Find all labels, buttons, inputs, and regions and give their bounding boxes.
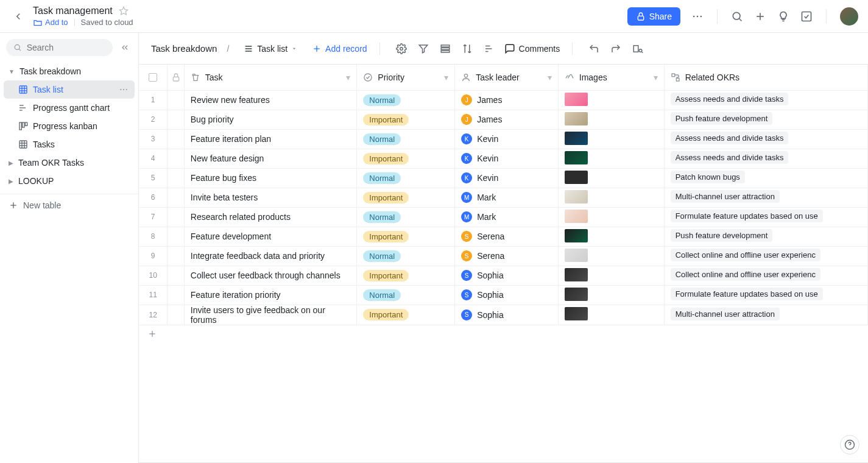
task-cell[interactable]: Integrate feedback data and priority [184, 246, 357, 266]
plus-icon[interactable] [754, 10, 766, 23]
okr-cell[interactable]: Push feature development [664, 110, 867, 129]
task-cell[interactable]: Feature iteration priority [184, 285, 357, 305]
document-title[interactable]: Task management [33, 5, 113, 16]
table-row[interactable]: 12 Invite users to give feedback on our … [139, 305, 868, 325]
table-row[interactable]: 7 Research related products Normal MMark… [139, 207, 868, 227]
images-cell[interactable] [558, 207, 664, 227]
more-icon[interactable] [119, 85, 129, 94]
chevron-down-icon[interactable]: ▾ [444, 72, 448, 82]
priority-cell[interactable]: Normal [357, 285, 455, 305]
task-cell[interactable]: Feature development [184, 227, 357, 246]
priority-cell[interactable]: Important [357, 188, 455, 207]
user-avatar[interactable] [840, 7, 858, 26]
okr-cell[interactable]: Collect online and offline user experien… [664, 266, 867, 285]
table-row[interactable]: 1 Review new features Normal JJames Asse… [139, 90, 868, 110]
header-okr[interactable]: Related OKRs [664, 65, 867, 90]
images-cell[interactable] [558, 266, 664, 285]
okr-cell[interactable]: Formulate feature updates based on use [664, 207, 867, 227]
sidebar-item-progress-kanban[interactable]: Progress kanban [4, 117, 135, 135]
okr-cell[interactable]: Assess needs and divide tasks [664, 129, 867, 149]
okr-cell[interactable]: Assess needs and divide tasks [664, 149, 867, 168]
add-record-button[interactable]: Add record [312, 44, 367, 54]
leader-cell[interactable]: MMark [455, 188, 559, 207]
sidebar-section[interactable]: ▶LOOKUP [0, 172, 138, 190]
help-button[interactable] [840, 435, 859, 454]
back-button[interactable] [10, 8, 27, 25]
leader-cell[interactable]: KKevin [455, 149, 559, 168]
leader-cell[interactable]: SSophia [455, 305, 559, 325]
header-priority[interactable]: Priority▾ [357, 65, 455, 90]
sidebar-item-progress-gantt-chart[interactable]: Progress gantt chart [4, 99, 135, 117]
chevron-down-icon[interactable]: ▾ [548, 72, 552, 82]
lightbulb-icon[interactable] [777, 10, 789, 23]
chevron-down-icon[interactable]: ▾ [346, 72, 350, 82]
priority-cell[interactable]: Important [357, 305, 455, 325]
task-cell[interactable]: Review new features [184, 90, 357, 110]
images-cell[interactable] [558, 149, 664, 168]
okr-cell[interactable]: Formulate feature updates based on use [664, 285, 867, 305]
search-icon[interactable] [731, 10, 743, 23]
images-cell[interactable] [558, 168, 664, 188]
checkbox-icon[interactable] [800, 10, 813, 23]
task-cell[interactable]: Feature bug fixes [184, 168, 357, 188]
priority-cell[interactable]: Normal [357, 168, 455, 188]
priority-cell[interactable]: Important [357, 110, 455, 129]
images-cell[interactable] [558, 246, 664, 266]
priority-cell[interactable]: Normal [357, 207, 455, 227]
table-row[interactable]: 10 Collect user feedback through channel… [139, 266, 868, 285]
header-checkbox[interactable] [139, 65, 168, 90]
comments-button[interactable]: Comments [504, 43, 560, 54]
leader-cell[interactable]: JJames [455, 90, 559, 110]
sort-icon[interactable] [462, 43, 473, 54]
leader-cell[interactable]: SSophia [455, 285, 559, 305]
header-images[interactable]: Images▾ [558, 65, 664, 90]
images-cell[interactable] [558, 305, 664, 325]
task-cell[interactable]: Invite users to give feedback on our for… [184, 305, 357, 325]
collapse-sidebar-icon[interactable] [118, 40, 132, 55]
header-task[interactable]: Task▾ [184, 65, 357, 90]
row-height-icon[interactable] [484, 43, 495, 54]
more-icon[interactable] [691, 10, 704, 23]
table-row[interactable]: 5 Feature bug fixes Normal KKevin Patch … [139, 168, 868, 188]
table-scroll[interactable]: Task▾ Priority▾ Task leader▾ Images▾ Rel… [139, 65, 868, 463]
breadcrumb[interactable]: Task breakdown [151, 43, 217, 54]
view-switcher[interactable]: Task list [239, 41, 302, 56]
images-cell[interactable] [558, 90, 664, 110]
sidebar-item-task-list[interactable]: Task list [4, 80, 135, 99]
search-input[interactable] [27, 43, 105, 52]
okr-cell[interactable]: Multi-channel user attraction [664, 305, 867, 325]
priority-cell[interactable]: Normal [357, 246, 455, 266]
table-row[interactable]: 9 Integrate feedback data and priority N… [139, 246, 868, 266]
sidebar-section[interactable]: ▶Team OKR Tasks [0, 154, 138, 172]
leader-cell[interactable]: SSerena [455, 246, 559, 266]
share-button[interactable]: Share [627, 7, 680, 26]
add-to-button[interactable]: Add to [33, 18, 68, 27]
images-cell[interactable] [558, 227, 664, 246]
leader-cell[interactable]: SSophia [455, 266, 559, 285]
task-cell[interactable]: New feature design [184, 149, 357, 168]
star-icon[interactable] [119, 6, 129, 16]
images-cell[interactable] [558, 110, 664, 129]
priority-cell[interactable]: Important [357, 227, 455, 246]
task-cell[interactable]: Bug priority [184, 110, 357, 129]
images-cell[interactable] [558, 129, 664, 149]
table-row[interactable]: 8 Feature development Important SSerena … [139, 227, 868, 246]
table-row[interactable]: 2 Bug priority Important JJames Push fea… [139, 110, 868, 129]
table-row[interactable]: 3 Feature iteration plan Normal KKevin A… [139, 129, 868, 149]
undo-icon[interactable] [588, 43, 599, 54]
okr-cell[interactable]: Collect online and offline user experien… [664, 246, 867, 266]
sidebar-item-tasks[interactable]: Tasks [4, 135, 135, 154]
chevron-down-icon[interactable]: ▾ [654, 72, 658, 82]
priority-cell[interactable]: Normal [357, 90, 455, 110]
okr-cell[interactable]: Patch known bugs [664, 168, 867, 188]
task-cell[interactable]: Collect user feedback through channels [184, 266, 357, 285]
new-table-button[interactable]: New table [0, 194, 138, 216]
leader-cell[interactable]: JJames [455, 110, 559, 129]
priority-cell[interactable]: Important [357, 266, 455, 285]
leader-cell[interactable]: KKevin [455, 129, 559, 149]
images-cell[interactable] [558, 188, 664, 207]
search-box[interactable] [6, 39, 113, 56]
table-row[interactable]: 4 New feature design Important KKevin As… [139, 149, 868, 168]
leader-cell[interactable]: MMark [455, 207, 559, 227]
leader-cell[interactable]: KKevin [455, 168, 559, 188]
